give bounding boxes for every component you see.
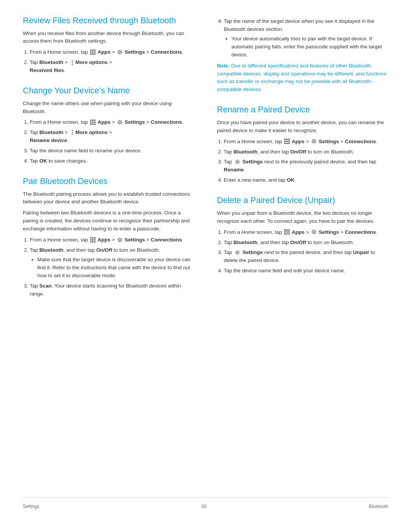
apps-icon [284,229,290,235]
rename-paired-body: Once you have paired your device to anot… [217,119,388,184]
delete-paired-title: Delete a Paired Device (Unpair) [217,195,388,206]
svg-rect-28 [94,237,96,239]
settings-label: Settings [124,237,145,243]
footer-right: Bluetooth [369,504,388,509]
scan-label: Scan [40,283,52,289]
list-item: Tap Bluetooth > More options > Received … [30,59,194,75]
ok-label: OK [40,158,47,164]
onoff-label: On/Off [290,240,306,245]
bluetooth-label: Bluetooth [234,149,258,155]
svg-rect-50 [284,231,286,233]
svg-rect-54 [286,233,288,235]
list-item: Tap the device name field and edit your … [224,267,388,275]
review-files-intro: When you receive files from another devi… [23,30,194,46]
step4-bullets: Your device automatically tries to pair … [231,35,388,59]
apps-icon [90,119,96,125]
svg-point-24 [72,132,73,133]
svg-rect-42 [284,143,286,144]
settings-label: Settings [319,139,339,144]
svg-rect-4 [92,51,94,53]
page: Review Files Received through Bluetooth … [0,0,411,532]
svg-point-46 [236,161,238,163]
svg-rect-30 [92,239,94,241]
settings-icon [311,138,317,144]
list-item: Tap OK to save changes. [30,157,194,165]
review-files-body: When you receive files from another devi… [23,30,194,75]
svg-rect-21 [94,123,96,125]
svg-rect-29 [90,239,92,241]
page-footer: Settings 65 Bluetooth [23,497,388,509]
section-pair-devices: Pair Bluetooth Devices The Bluetooth pai… [23,176,194,298]
pair-continued-body: Tap the name of the target device when y… [217,18,388,94]
svg-rect-38 [288,139,290,140]
connections-label: Connections [151,49,182,55]
rename-paired-intro: Once you have paired your device to anot… [217,119,388,135]
svg-point-25 [72,134,73,135]
svg-rect-2 [94,50,96,51]
section-change-name: Change Your Device’s Name Change the nam… [23,85,194,165]
svg-point-35 [119,239,121,241]
svg-rect-43 [286,143,288,144]
svg-rect-55 [288,233,290,235]
pair-devices-title: Pair Bluetooth Devices [23,176,194,187]
svg-rect-0 [90,50,92,51]
svg-rect-6 [90,53,92,55]
list-item: Tap Bluetooth, and then tap On/Off to tu… [224,148,388,156]
rename-paired-steps: From a Home screen, tap [224,138,388,185]
bluetooth-label: Bluetooth [40,247,64,253]
apps-label: Apps [292,229,305,235]
onoff-label: On/Off [96,247,112,253]
gear-settings-icon [234,249,241,256]
svg-rect-26 [90,237,92,239]
step2-bullets: Make sure that the target device is disc… [37,256,194,280]
note-label: Note [217,63,228,69]
connections-label: Connections [345,229,376,235]
delete-paired-steps: From a Home screen, tap [224,228,388,275]
delete-paired-intro: When you unpair from a Bluetooth device,… [217,209,388,225]
svg-rect-8 [94,53,96,55]
right-column: Tap the name of the target device when y… [213,15,388,497]
bluetooth-label: Bluetooth [234,240,258,245]
svg-rect-51 [286,231,288,233]
connections-label: Connections [345,139,376,144]
pair-devices-intro: The Bluetooth pairing process allows you… [23,190,194,206]
svg-rect-48 [286,229,288,231]
apps-icon [90,237,96,243]
review-files-title: Review Files Received through Bluetooth [23,15,194,26]
pair-continued-steps: Tap the name of the target device when y… [224,18,388,59]
svg-rect-7 [92,53,94,55]
change-name-steps: From a Home screen, tap [30,118,194,165]
svg-rect-16 [90,121,92,123]
list-item: Tap the name of the target device when y… [224,18,388,59]
svg-point-10 [72,60,73,61]
footer-left: Settings [23,504,39,509]
svg-rect-3 [90,51,92,53]
svg-rect-32 [90,241,92,243]
pair-devices-para2: Pairing between two Bluetooth devices is… [23,209,194,233]
list-item: From a Home screen, tap [30,236,194,244]
connections-label: Connections [151,119,182,125]
settings-label: Settings [124,119,145,125]
svg-rect-1 [92,50,94,51]
svg-rect-15 [94,120,96,121]
svg-rect-34 [94,241,96,243]
svg-point-45 [313,140,315,142]
received-files-label: Received files [30,67,64,73]
pair-note: Note: Due to different specifications an… [217,62,388,94]
left-column: Review Files Received through Bluetooth … [23,15,198,497]
settings-label2: Settings [242,159,263,165]
settings-icon [117,49,123,55]
svg-point-11 [72,62,73,63]
svg-rect-18 [94,121,96,123]
pair-devices-steps: From a Home screen, tap [30,236,194,298]
section-delete-paired: Delete a Paired Device (Unpair) When you… [217,195,388,275]
svg-rect-41 [288,141,290,142]
list-item: Enter a new name, and tap OK. [224,176,388,184]
settings-icon [117,237,123,243]
apps-label: Apps [98,49,111,55]
svg-point-23 [72,130,73,131]
svg-rect-13 [90,120,92,121]
apps-label: Apps [292,139,305,144]
content-columns: Review Files Received through Bluetooth … [23,15,388,497]
svg-rect-39 [284,141,286,142]
